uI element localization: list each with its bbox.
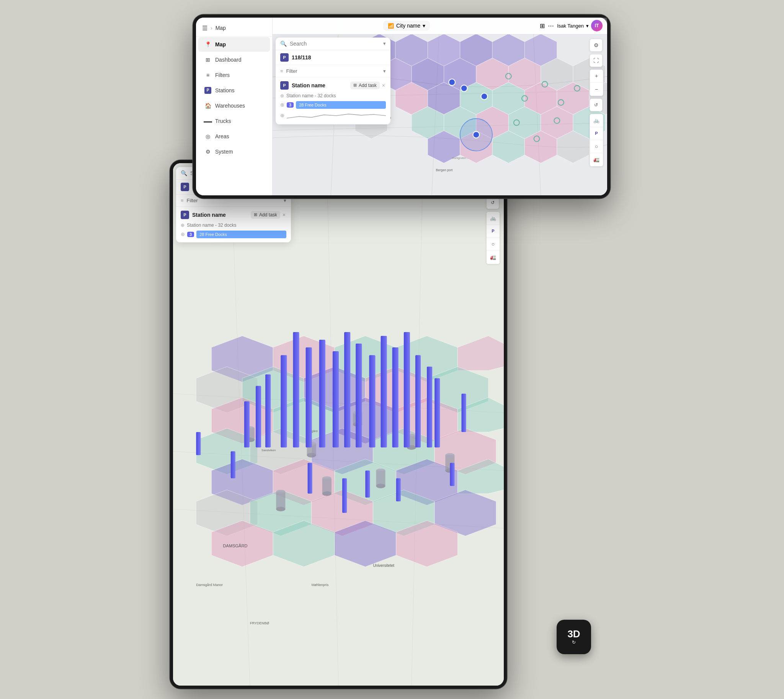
- add-task-btn-3d[interactable]: ⊞ Add task: [251, 211, 280, 219]
- svg-text:Damsgård Manor: Damsgård Manor: [196, 583, 223, 586]
- add-task-label: Add task: [359, 83, 377, 88]
- close-station-button[interactable]: ×: [381, 81, 386, 89]
- user-badge[interactable]: Isak Tangen ▾ IT: [557, 20, 602, 31]
- breadcrumb-sep: ›: [210, 25, 212, 31]
- svg-rect-135: [381, 336, 387, 447]
- circle-3d[interactable]: ○: [486, 238, 500, 251]
- add-task-button[interactable]: ⊞ Add task: [350, 81, 380, 89]
- bike-3d[interactable]: 🚲: [486, 212, 500, 225]
- circle-layer-btn[interactable]: ○: [590, 140, 603, 153]
- reset-view-btn[interactable]: ↺: [589, 98, 602, 111]
- search-icon-3d: 🔍: [181, 170, 187, 176]
- user-name: Isak Tangen: [557, 23, 584, 29]
- toggle-3d-button[interactable]: 3D ↻: [557, 620, 591, 654]
- svg-rect-127: [293, 332, 299, 447]
- 3d-label: 3D: [567, 629, 580, 639]
- svg-rect-151: [342, 478, 347, 512]
- station-sub: ⊕ Station name - 32 docks: [280, 92, 386, 99]
- sidebar-label-filters: Filters: [215, 72, 230, 78]
- svg-point-123: [323, 476, 331, 480]
- zoom-out-btn[interactable]: −: [590, 83, 603, 96]
- svg-point-126: [276, 489, 285, 493]
- svg-rect-149: [365, 470, 370, 497]
- sidebar-item-system[interactable]: ⚙ System: [198, 144, 270, 159]
- truck-3d[interactable]: 🚛: [486, 251, 500, 264]
- svg-rect-131: [332, 351, 339, 447]
- station-name-row-3d: P Station name: [181, 210, 226, 219]
- station-header-3d: P Station name ⊞ Add task ×: [181, 210, 286, 219]
- top-bar-right: ⊞ ⋯ Isak Tangen ▾ IT: [540, 20, 602, 31]
- top-bar-center: 📶 City name ▾: [277, 21, 536, 31]
- add-sub-icon: ⊕: [280, 93, 284, 98]
- filter-label-3d: Filter: [187, 198, 198, 204]
- close-3d[interactable]: ×: [282, 211, 286, 219]
- free-docks-bar: 28 Free Docks: [296, 101, 386, 109]
- free-docks-label-3d: 28 Free Docks: [199, 232, 227, 237]
- task-icon-3d: ⊞: [254, 212, 257, 217]
- sidebar-label-trucks: Trucks: [215, 118, 231, 124]
- svg-point-117: [445, 453, 455, 457]
- station-card-3d: P Station name ⊞ Add task ×: [176, 207, 291, 242]
- breadcrumb-text: Map: [215, 25, 226, 31]
- sidebar-item-stations[interactable]: P Stations: [198, 83, 270, 98]
- filter-chevron-icon: ▾: [383, 68, 386, 74]
- sparkline-chart: [287, 111, 386, 120]
- settings-btn[interactable]: ⚙: [589, 39, 602, 52]
- count-value: 118/118: [292, 55, 311, 61]
- city-chevron-icon: ▾: [423, 23, 425, 29]
- svg-point-41: [481, 93, 488, 99]
- station-p-3d: P: [181, 210, 189, 219]
- sidebar-item-dashboard[interactable]: ⊞ Dashboard: [198, 53, 270, 67]
- qr-icon[interactable]: ⊞: [540, 22, 545, 30]
- parking-layer-btn[interactable]: P: [590, 127, 603, 140]
- svg-rect-147: [231, 451, 235, 478]
- sidebar-item-areas[interactable]: ◎ Areas: [198, 129, 270, 144]
- search-input[interactable]: [290, 41, 380, 47]
- layer-group-3d: 🚲 P ○ 🚛: [486, 211, 500, 264]
- sidebar-item-map[interactable]: 📍 Map: [198, 37, 270, 52]
- svg-rect-129: [281, 355, 287, 447]
- city-signal-icon: 📶: [388, 23, 394, 29]
- parking-badge: P: [280, 53, 289, 62]
- sidebar-item-warehouses[interactable]: 🏠 Warehouses: [198, 98, 270, 113]
- grid2-icon[interactable]: ⋯: [548, 22, 554, 30]
- search-chevron-icon: ▾: [383, 41, 386, 46]
- panel-filter-row[interactable]: ≡ Filter ▾: [276, 65, 390, 77]
- city-selector[interactable]: 📶 City name ▾: [383, 21, 430, 31]
- map-area[interactable]: 📶 City name ▾ ⊞ ⋯ Isak Tangen ▾ IT: [273, 18, 607, 195]
- svg-rect-139: [256, 386, 261, 447]
- user-chevron-icon: ▾: [586, 23, 589, 29]
- station-sub-label: Station name - 32 docks: [286, 93, 336, 98]
- avatar: IT: [591, 20, 602, 31]
- sidebar-item-trucks[interactable]: ▬▬ Trucks: [198, 114, 270, 128]
- bike-layer-btn[interactable]: 🚲: [590, 114, 603, 127]
- fullscreen-btn[interactable]: ⛶: [589, 54, 602, 67]
- zoom-group: + −: [589, 70, 603, 96]
- svg-rect-140: [415, 355, 421, 447]
- svg-rect-130: [319, 340, 326, 447]
- truck-layer-btn[interactable]: 🚛: [590, 153, 603, 166]
- svg-rect-125: [276, 491, 285, 509]
- sparkline-add-icon: ⊕: [280, 113, 284, 118]
- sidebar-label-system: System: [215, 149, 233, 155]
- panel-search-row: 🔍 ▾: [276, 38, 390, 50]
- sidebar-item-filters[interactable]: ≡ Filters: [198, 68, 270, 82]
- svg-rect-128: [306, 348, 312, 447]
- station-title: Station name: [292, 82, 326, 88]
- hamburger-icon[interactable]: ☰: [202, 25, 207, 32]
- station-sub-label-3d: Station name - 32 docks: [187, 222, 236, 228]
- parking-badge-3d: P: [181, 183, 189, 191]
- svg-text:DAMSGÅRD: DAMSGÅRD: [223, 543, 248, 548]
- svg-text:Sandviken: Sandviken: [261, 449, 276, 452]
- trucks-icon: ▬▬: [204, 118, 211, 124]
- svg-point-120: [376, 469, 385, 472]
- svg-text:Hurtigruten...: Hurtigruten...: [452, 156, 468, 160]
- svg-rect-144: [196, 432, 200, 455]
- dock-row-3d: ⊕ 3 28 Free Docks: [181, 230, 286, 238]
- station-card: P Station name ⊞ Add task ×: [276, 77, 390, 124]
- svg-text:Bergen port: Bergen port: [436, 168, 453, 172]
- zoom-in-btn[interactable]: +: [590, 70, 603, 83]
- filter-icon: ≡: [280, 68, 283, 74]
- parking-3d[interactable]: P: [486, 225, 500, 238]
- sidebar-label-map: Map: [215, 41, 226, 48]
